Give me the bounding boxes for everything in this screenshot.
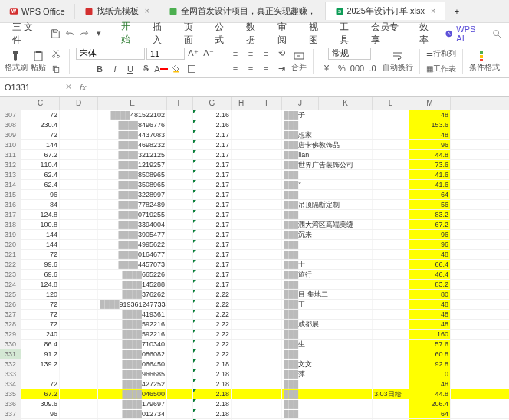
- cell[interactable]: [167, 170, 193, 179]
- cell[interactable]: [232, 130, 251, 139]
- cell[interactable]: [167, 399, 193, 409]
- cell[interactable]: ███文文: [282, 359, 373, 369]
- col-header[interactable]: F: [167, 97, 193, 110]
- cell[interactable]: 124.8: [21, 280, 60, 289]
- align-top-icon[interactable]: ≡: [228, 47, 242, 61]
- cell[interactable]: [232, 180, 251, 189]
- cell[interactable]: [251, 240, 282, 249]
- cell[interactable]: 44.8: [409, 389, 451, 399]
- align-center-icon[interactable]: ≡: [244, 62, 258, 76]
- row-header[interactable]: 320: [0, 240, 21, 249]
- cell[interactable]: 2.17: [193, 250, 232, 259]
- cell[interactable]: [251, 310, 282, 319]
- comma-icon[interactable]: 000: [350, 61, 364, 75]
- cell[interactable]: ███: [282, 409, 373, 418]
- cell[interactable]: [232, 409, 251, 418]
- row-header[interactable]: 332: [0, 359, 21, 369]
- cell[interactable]: [373, 260, 409, 269]
- menu-vip[interactable]: 会员专享: [365, 18, 412, 49]
- align-left-icon[interactable]: ≡: [228, 62, 242, 76]
- cell[interactable]: [167, 270, 193, 279]
- cell[interactable]: [60, 260, 98, 269]
- cell[interactable]: 73.6: [409, 160, 451, 169]
- cell[interactable]: 230.4: [21, 120, 60, 130]
- cell[interactable]: [167, 220, 193, 229]
- cell[interactable]: 139.2: [21, 359, 60, 369]
- cell[interactable]: 84: [21, 200, 60, 209]
- col-header[interactable]: G: [193, 97, 232, 110]
- cell[interactable]: ███目 集地二: [282, 290, 373, 299]
- cell[interactable]: ████0164677: [98, 250, 167, 259]
- align-right-icon[interactable]: ≡: [259, 62, 273, 76]
- cell[interactable]: [60, 340, 98, 349]
- cell[interactable]: 41.6: [409, 180, 451, 189]
- border-icon[interactable]: [185, 62, 199, 76]
- indent-icon[interactable]: ⇥: [274, 62, 288, 76]
- cell[interactable]: [167, 120, 193, 130]
- cell[interactable]: [251, 359, 282, 369]
- number-format-select[interactable]: [328, 48, 371, 60]
- row-header[interactable]: 313: [0, 170, 21, 179]
- cell[interactable]: [373, 250, 409, 259]
- inc-font-icon[interactable]: A⁺: [186, 47, 200, 61]
- cell[interactable]: 72: [21, 110, 60, 120]
- cell[interactable]: [60, 369, 98, 379]
- col-header[interactable]: L: [373, 97, 409, 110]
- cell[interactable]: ███: [282, 349, 373, 359]
- cell[interactable]: [251, 290, 282, 299]
- cell[interactable]: [232, 160, 251, 169]
- cell[interactable]: 2.17: [193, 130, 232, 139]
- cell[interactable]: [251, 379, 282, 389]
- row-header[interactable]: 331: [0, 349, 21, 359]
- wps-ai-button[interactable]: AWPS AI: [445, 25, 484, 43]
- cell[interactable]: [60, 399, 98, 409]
- paste-button[interactable]: 粘贴: [31, 50, 46, 73]
- undo-icon[interactable]: [63, 27, 76, 41]
- cell[interactable]: ███吊顶隔断定制: [282, 200, 373, 209]
- row-header[interactable]: 324: [0, 280, 21, 289]
- format-brush[interactable]: 格式刷: [5, 50, 28, 73]
- cell[interactable]: [60, 160, 98, 169]
- cell[interactable]: [373, 150, 409, 159]
- cell[interactable]: ███: [282, 310, 373, 319]
- cell[interactable]: 2.17: [193, 210, 232, 219]
- cell[interactable]: ███: [282, 120, 373, 130]
- cell[interactable]: [251, 170, 282, 179]
- cell[interactable]: [373, 290, 409, 299]
- cell[interactable]: [60, 389, 98, 399]
- new-tab-button[interactable]: +: [445, 4, 468, 19]
- menu-review[interactable]: 审阅: [271, 18, 301, 49]
- cell[interactable]: [60, 130, 98, 139]
- col-header[interactable]: J: [282, 97, 319, 110]
- redo-icon[interactable]: [77, 27, 90, 41]
- cell[interactable]: [373, 170, 409, 179]
- cond-format-button[interactable]: 条件格式: [469, 50, 500, 73]
- cell[interactable]: [251, 150, 282, 159]
- copy-icon[interactable]: [49, 62, 63, 76]
- cell[interactable]: 2.22: [193, 290, 232, 299]
- cell[interactable]: ████179697: [98, 399, 167, 409]
- cell[interactable]: 44.8: [409, 150, 451, 159]
- menu-home[interactable]: 开始: [115, 18, 145, 50]
- font-color-icon[interactable]: A: [154, 62, 168, 76]
- cell[interactable]: 2.22: [193, 340, 232, 349]
- cell[interactable]: [167, 290, 193, 299]
- cell[interactable]: ███子: [282, 110, 373, 120]
- cell[interactable]: [167, 260, 193, 269]
- cell[interactable]: [232, 170, 251, 179]
- cell[interactable]: [232, 359, 251, 369]
- row-header[interactable]: 307: [0, 110, 21, 120]
- cell[interactable]: [60, 409, 98, 418]
- menu-eff[interactable]: 效率: [413, 18, 443, 49]
- cell[interactable]: ███生: [282, 340, 373, 349]
- cell[interactable]: [373, 130, 409, 139]
- cell[interactable]: [60, 220, 98, 229]
- cell[interactable]: 2.17: [193, 150, 232, 159]
- cell[interactable]: 120: [21, 290, 60, 299]
- row-header[interactable]: 336: [0, 399, 21, 409]
- cell[interactable]: 72: [21, 250, 60, 259]
- cell[interactable]: [60, 210, 98, 219]
- cell[interactable]: [232, 260, 251, 269]
- cell[interactable]: ███: [282, 210, 373, 219]
- cell[interactable]: ████145288: [98, 280, 167, 289]
